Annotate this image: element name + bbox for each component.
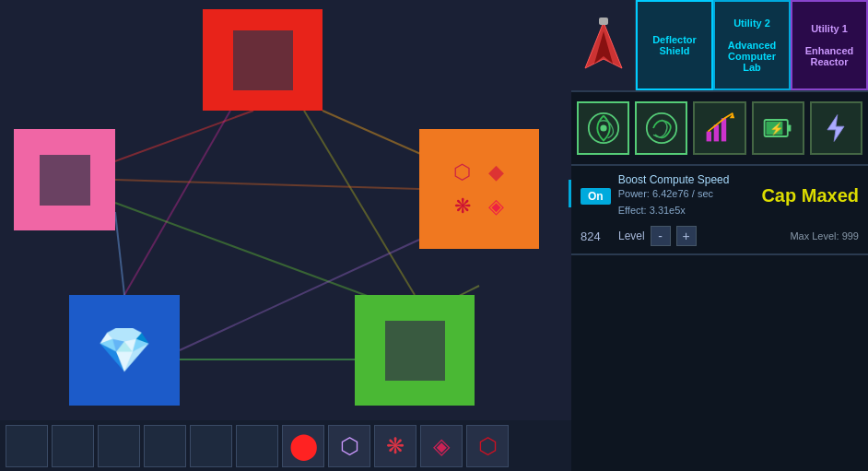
gem-2: ◆ (480, 156, 512, 188)
inv-slot-6[interactable] (236, 425, 278, 467)
ability-battery[interactable]: ⚡ (752, 101, 804, 155)
boost-effect: Effect: 3.31e5x (618, 203, 730, 219)
ability-chart[interactable] (693, 101, 745, 155)
utility2-card[interactable]: Utility 2 Advanced Computer Lab (713, 0, 791, 90)
bottom-inventory-bar: ⬤ ⬡ ❋ ◈ ⬡ (0, 420, 571, 471)
boost-header: On Boost Compute Speed Power: 6.42e76 / … (581, 173, 859, 218)
inv-slot-3[interactable] (98, 425, 140, 467)
ability-row: ⚡ (571, 92, 868, 166)
svg-rect-21 (788, 124, 792, 131)
inv-slot-gem-crystal[interactable]: ⬡ (328, 425, 370, 467)
node-graph[interactable]: ⬡ ◆ ❋ ◈ 💎 ⬤ ⬡ ❋ ◈ ⬡ (0, 0, 571, 471)
node-pink[interactable] (14, 129, 115, 230)
node-red[interactable] (203, 9, 323, 111)
orange-gems: ⬡ ◆ ❋ ◈ (439, 148, 520, 230)
boost-power: Power: 6.42e76 / sec (618, 186, 730, 203)
svg-point-14 (600, 124, 606, 131)
svg-line-6 (115, 212, 124, 295)
utility2-line1: Utility 2 (733, 18, 770, 29)
ship-icon (581, 18, 627, 73)
gem-4: ◈ (480, 190, 512, 222)
svg-point-15 (647, 113, 676, 143)
inv-slot-2[interactable] (52, 425, 94, 467)
svg-line-1 (124, 111, 230, 295)
ability-swirl2[interactable] (635, 101, 687, 155)
ship-display (571, 0, 636, 90)
top-cards: Deflector Shield Utility 2 Advanced Comp… (571, 0, 868, 92)
deflector-shield-card[interactable]: Deflector Shield (636, 0, 713, 90)
level-label: Level (618, 230, 645, 242)
svg-text:⚡: ⚡ (769, 122, 784, 136)
right-panel: Deflector Shield Utility 2 Advanced Comp… (571, 0, 868, 471)
blue-gem-icon: 💎 (97, 324, 152, 376)
deflector-shield-label: Deflector Shield (641, 34, 708, 56)
inv-slot-gem-red[interactable]: ⬤ (282, 425, 324, 467)
inv-slot-gem-multi[interactable]: ❋ (374, 425, 416, 467)
svg-line-4 (115, 180, 419, 189)
inv-slot-gem-pink[interactable]: ◈ (420, 425, 463, 467)
utility1-card[interactable]: Utility 1 Enhanced Reactor (791, 0, 868, 90)
inv-slot-5[interactable] (190, 425, 232, 467)
cap-maxed-label: Cap Maxed (761, 185, 859, 206)
on-badge: On (581, 188, 611, 205)
level-minus-button[interactable]: - (651, 226, 671, 246)
svg-rect-17 (714, 124, 719, 141)
svg-rect-16 (707, 132, 711, 142)
level-row: 824 Level - + Max Level: 999 (581, 226, 859, 246)
level-plus-button[interactable]: + (676, 226, 697, 246)
node-green[interactable] (355, 295, 475, 406)
utility2-line2: Advanced Computer Lab (719, 40, 785, 73)
boost-info: Boost Compute Speed Power: 6.42e76 / sec… (618, 173, 730, 218)
node-red-inner (233, 30, 293, 90)
ability-bolt[interactable] (810, 101, 862, 155)
gem-1: ⬡ (446, 156, 478, 188)
node-pink-inner (40, 155, 90, 206)
inv-slot-1[interactable] (6, 425, 48, 467)
boost-title: Boost Compute Speed (618, 173, 730, 186)
svg-line-3 (304, 111, 415, 295)
inv-slot-gem-dark[interactable]: ⬡ (466, 425, 509, 467)
inv-slot-4[interactable] (144, 425, 186, 467)
ability-swirl1[interactable] (577, 101, 629, 155)
node-orange[interactable]: ⬡ ◆ ❋ ◈ (419, 129, 539, 249)
node-green-inner (385, 321, 445, 381)
svg-marker-24 (827, 115, 844, 142)
utility1-line2: Enhanced Reactor (796, 45, 862, 67)
utility1-line1: Utility 1 (811, 23, 848, 34)
max-level-label: Max Level: 999 (790, 230, 859, 241)
svg-rect-12 (599, 18, 608, 25)
node-blue[interactable]: 💎 (69, 295, 180, 406)
boost-panel: On Boost Compute Speed Power: 6.42e76 / … (571, 166, 868, 255)
level-value: 824 (581, 230, 613, 243)
svg-rect-18 (721, 118, 726, 141)
gem-3: ❋ (446, 190, 478, 222)
